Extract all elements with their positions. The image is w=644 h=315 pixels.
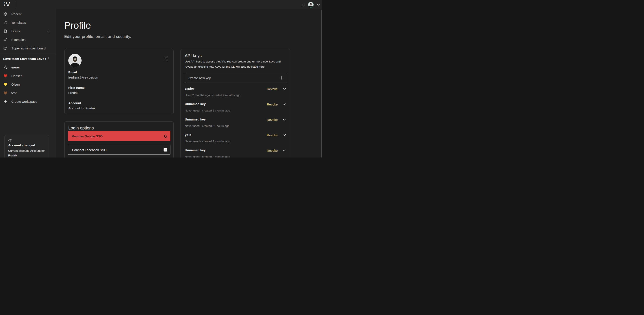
account-value: Account for Fredrik <box>68 106 96 110</box>
expand-key-button[interactable] <box>283 150 286 152</box>
edit-pencil-icon <box>163 56 168 61</box>
edit-profile-button[interactable] <box>163 56 168 61</box>
workspace-item-label: test <box>11 91 16 95</box>
connect-facebook-sso-label: Connect Facebook SSO <box>72 148 106 152</box>
sidebar-item-drafts[interactable]: Drafts <box>0 27 56 35</box>
api-key-meta: Never used - created 21 hours ago <box>185 124 230 128</box>
api-key-name: zapier <box>185 87 194 90</box>
workspace-title: Love team Love team Love tea… <box>3 57 46 60</box>
account-menu-button[interactable] <box>317 4 320 6</box>
templates-icon <box>3 20 8 25</box>
bell-icon <box>301 3 305 7</box>
chevron-down-icon <box>283 150 286 152</box>
draft-page-icon <box>3 29 8 33</box>
revoke-key-button[interactable]: Revoke <box>267 102 278 106</box>
api-key-meta: Never used - created 2 months ago <box>185 155 230 157</box>
api-keys-card: API keys Use API keys to access the API.… <box>180 49 290 157</box>
profile-card: Email fredjens@vev.design First name Fre… <box>64 49 174 114</box>
revoke-key-button[interactable]: Revoke <box>267 118 278 122</box>
page-title: Profile <box>64 20 91 31</box>
remove-google-sso-button[interactable]: Remove Google SSO G <box>68 131 170 141</box>
account-label: Account <box>68 101 81 105</box>
expand-key-button[interactable] <box>283 103 286 105</box>
page-subtitle: Edit your profile, email, and security. <box>64 34 131 39</box>
workspace-item-ererer[interactable]: ererer <box>0 63 56 71</box>
google-g-icon: G <box>164 134 167 139</box>
email-label: Email <box>68 70 77 74</box>
chevron-down-icon <box>283 88 286 90</box>
revoke-key-button[interactable]: Revoke <box>267 133 278 137</box>
unicorn-icon <box>8 138 12 143</box>
api-key-row: Unnamed key Never used - created 2 month… <box>181 148 290 157</box>
profile-avatar <box>68 54 82 67</box>
plus-icon <box>47 29 51 33</box>
vev-logo[interactable]: V E V <box>4 1 14 8</box>
unicorn-icon <box>3 37 8 42</box>
chevron-down-icon <box>283 119 286 121</box>
api-key-name: yolo <box>185 133 192 137</box>
brown-heart-icon <box>3 91 8 95</box>
workspace-item-olsen[interactable]: Olsen <box>0 80 56 89</box>
chevron-down-icon <box>283 103 286 105</box>
api-key-meta: Used 2 months ago - created 2 months ago <box>185 93 240 97</box>
api-key-row: Unnamed key Never used - created 21 hour… <box>181 117 290 133</box>
sidebar-item-super-admin-dashboard[interactable]: Super admin dashboard <box>0 44 56 52</box>
toast-body: Current account: Account for Fredrik <box>8 149 46 157</box>
stopwatch-icon <box>3 12 8 16</box>
sidebar-item-label: Drafts <box>11 29 20 33</box>
api-key-name: Unnamed key <box>185 102 206 106</box>
api-key-row: Unnamed key Never used - created 2 month… <box>181 102 290 117</box>
workspace-item-test[interactable]: test <box>0 89 56 97</box>
add-draft-button[interactable] <box>47 29 51 33</box>
sidebar-item-label: Examples <box>11 38 26 41</box>
login-options-card: Login options Remove Google SSO G Connec… <box>64 121 174 157</box>
expand-key-button[interactable] <box>283 88 286 90</box>
chevron-down-icon <box>283 134 286 136</box>
sidebar-item-examples[interactable]: Examples <box>0 35 56 44</box>
sidebar-item-recent[interactable]: Recent <box>0 10 56 18</box>
avatar-photo <box>308 2 314 7</box>
create-new-key-button[interactable]: Create new key <box>185 73 287 83</box>
api-key-name: Unnamed key <box>185 117 206 121</box>
first-name-label: First name <box>68 86 84 89</box>
logo-small-e: E <box>4 4 5 6</box>
notifications-button[interactable] <box>301 3 305 7</box>
plus-icon <box>3 99 8 104</box>
user-avatar[interactable] <box>308 2 314 7</box>
login-options-heading: Login options <box>68 126 94 131</box>
remove-google-sso-label: Remove Google SSO <box>72 134 102 138</box>
topbar-right-cluster <box>301 0 320 9</box>
workspace-header[interactable]: Love team Love team Love tea… <box>0 54 56 63</box>
logo-big-v: V <box>6 1 10 8</box>
workspace-item-label: ererer <box>11 65 20 69</box>
first-name-value: Fredrik <box>68 91 78 95</box>
workspace-menu-button[interactable] <box>47 57 51 60</box>
revoke-key-button[interactable]: Revoke <box>267 149 278 152</box>
workspace-item-label: Olsen <box>11 83 20 86</box>
expand-key-button[interactable] <box>283 119 286 121</box>
toast-title: Account changed <box>8 143 35 147</box>
create-workspace-label: Create workspace <box>11 100 37 103</box>
revoke-key-button[interactable]: Revoke <box>267 87 278 91</box>
api-key-name: Unnamed key <box>185 148 206 152</box>
sidebar-item-label: Super admin dashboard <box>11 46 46 50</box>
topbar: V E V <box>0 0 322 9</box>
api-key-meta: Never used - created 3 months ago <box>185 140 230 143</box>
facebook-f-glyph: f <box>166 149 166 152</box>
create-workspace-button[interactable]: Create workspace <box>0 97 56 106</box>
yellow-heart-icon <box>3 82 8 86</box>
workspace-item-hansen[interactable]: Hansen <box>0 71 56 80</box>
sidebar-item-templates[interactable]: Templates <box>0 18 56 27</box>
vev-logo-small-letters: V E <box>4 2 5 6</box>
email-value: fredjens@vev.design <box>68 75 98 79</box>
kebab-icon <box>48 57 49 60</box>
sidebar-item-label: Templates <box>11 21 26 24</box>
avatar-photo <box>68 54 82 67</box>
page-scrollbar[interactable] <box>321 10 322 157</box>
plus-icon <box>280 76 284 80</box>
connect-facebook-sso-button[interactable]: Connect Facebook SSO f <box>68 145 170 155</box>
expand-key-button[interactable] <box>283 134 286 136</box>
vev-profile-settings-page: V E V <box>0 0 322 157</box>
api-key-meta: Never used - created 2 months ago <box>185 109 230 112</box>
api-keys-heading: API keys <box>185 53 202 58</box>
